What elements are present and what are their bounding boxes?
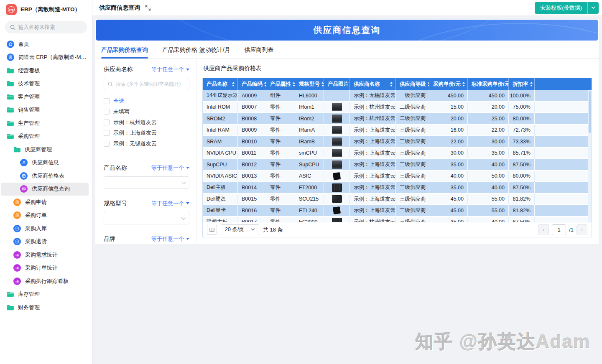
sidebar-item[interactable]: 采购订单统计 — [1, 262, 89, 275]
tab[interactable]: 产品采购价格-波动统计/月 — [162, 41, 230, 59]
column-header[interactable]: 采购单价/元 — [429, 78, 468, 90]
filter-operator-link[interactable]: 等于任意一个 — [151, 164, 189, 172]
sort-icon[interactable] — [232, 82, 235, 87]
banner: 供应商信息查询 — [96, 20, 598, 41]
filter-checkbox-option[interactable]: 未填写 — [104, 107, 189, 117]
filter-operator-link[interactable]: 等于任意一个 — [151, 66, 189, 73]
filter-search-input[interactable] — [116, 81, 185, 87]
column-header[interactable]: 折扣率 — [509, 78, 535, 90]
filter-checkbox-option[interactable]: 示例：杭州道友云 — [104, 117, 189, 128]
table-cell: SupCPU — [295, 159, 324, 171]
sidebar-item-label: 采购管理 — [18, 132, 40, 140]
checkbox-label: 示例：上海道友云 — [113, 129, 157, 137]
fullscreen-icon[interactable] — [145, 5, 151, 11]
install-template-dropdown[interactable] — [587, 2, 599, 14]
checkbox-icon[interactable] — [104, 98, 110, 104]
table-row[interactable]: Dell显卡B0016零件ETL240示例：上海道友云三级供应商45.0055.… — [203, 205, 592, 217]
table-row[interactable]: NVIDIA CPUB0011零件smCPU示例：上海道友云三级供应商30.00… — [203, 148, 592, 160]
table-cell — [324, 171, 350, 183]
sidebar-item[interactable]: 经营看板 — [1, 64, 89, 77]
table-row[interactable]: SupCPUB0012零件SupCPU示例：上海道友云三级供应商35.0040.… — [203, 159, 592, 171]
column-header-label: 折扣率 — [513, 81, 528, 88]
table-header-row: 产品名称产品编码产品属性规格型号产品图片供应商名称供应商等级采购单价/元标准采购… — [203, 78, 592, 90]
table-cell: 30.00 — [429, 148, 468, 160]
sidebar-item[interactable]: 生产管理 — [1, 117, 89, 130]
table-cell: 联想主板 — [203, 217, 238, 222]
table-cell: 零件 — [266, 182, 295, 194]
filter-checkbox-option[interactable]: 全选 — [104, 96, 189, 107]
checkbox-icon[interactable] — [104, 141, 110, 147]
sidebar-search-input[interactable] — [18, 24, 77, 30]
sidebar-item[interactable]: 技术管理 — [1, 77, 89, 91]
page-size-select[interactable]: 20 条/页 — [221, 224, 259, 235]
sidebar-item[interactable]: 采购退货 — [1, 235, 89, 249]
page-number-input[interactable] — [552, 224, 566, 235]
sidebar-item[interactable]: 首页 — [1, 38, 89, 51]
sidebar-item[interactable]: 简道云 ERP（离散制造-MTO） ... — [1, 51, 89, 64]
filter-select[interactable] — [104, 212, 189, 224]
sidebar-item[interactable]: 采购申请 — [1, 196, 89, 209]
filter-checkbox-option[interactable]: 示例：上海道友云 — [104, 128, 189, 139]
table-row[interactable]: SRAMB0010零件IRamB示例：上海道友云三级供应商22.0030.007… — [203, 136, 592, 148]
table-cell: B0011 — [238, 148, 266, 160]
sidebar-item[interactable]: 采购订单 — [1, 209, 89, 222]
table-cell: 80.00% — [509, 171, 535, 183]
filter-select[interactable] — [104, 176, 189, 189]
sidebar-item[interactable]: 采购入库 — [1, 222, 89, 235]
filter-search-box[interactable] — [104, 78, 189, 90]
sidebar-item[interactable]: 供应商信息 — [1, 156, 89, 170]
sidebar-item[interactable]: 库存管理 — [1, 288, 89, 301]
column-header[interactable]: 产品名称 — [203, 78, 238, 90]
checkbox-icon[interactable] — [104, 130, 110, 136]
column-header[interactable]: 产品编码 — [238, 78, 266, 90]
table-cell: 零件 — [266, 102, 295, 114]
table-row[interactable]: Dell硬盘B0015零件SCU215示例：上海道友云三级供应商45.0055.… — [203, 194, 592, 206]
table-row[interactable]: Intel ROMB0007零件IRom1示例：杭州道友云二级供应商15.002… — [203, 102, 592, 114]
prev-page-button[interactable]: ‹ — [538, 224, 549, 235]
sort-icon[interactable] — [462, 82, 465, 87]
column-header[interactable]: 产品属性 — [266, 78, 295, 90]
sidebar-item[interactable]: 供应商价格表 — [1, 169, 89, 183]
column-header-label: 供应商等级 — [400, 81, 426, 88]
filter-checkbox-option[interactable]: 示例：无锡道友云 — [104, 138, 189, 149]
sidebar-item[interactable]: 采购需求统计 — [1, 248, 89, 262]
tab[interactable]: 供应商列表 — [245, 41, 274, 59]
sidebar-item[interactable]: 采购管理 — [1, 130, 89, 143]
install-template-button[interactable]: 安装模板(带数据) — [535, 2, 587, 14]
sort-icon[interactable] — [530, 82, 533, 87]
sidebar-item-label: 库存管理 — [18, 290, 40, 298]
sidebar-item[interactable]: 财务管理 — [1, 301, 89, 314]
product-photo — [332, 160, 342, 169]
column-header[interactable]: 规格型号 — [295, 78, 324, 90]
sidebar-item[interactable]: 客户管理 — [1, 90, 89, 104]
table-row[interactable]: 联想主板B0017零件FC2000示例：杭州道友云三级供应商35.0040.00… — [203, 217, 592, 222]
column-header[interactable]: 供应商等级 — [396, 78, 429, 90]
table-cell: 示例：上海道友云 — [350, 125, 396, 137]
sidebar-item[interactable]: 供应商管理 — [1, 143, 89, 156]
filter-operator-link[interactable]: 等于任意一个 — [151, 200, 189, 207]
tab[interactable]: 产品采购价格查询 — [101, 41, 148, 59]
table-scrollbar[interactable] — [588, 90, 592, 222]
checkbox-icon[interactable] — [104, 109, 110, 115]
sidebar-item[interactable]: 销售管理 — [1, 104, 89, 117]
column-settings-button[interactable] — [207, 225, 217, 235]
table-cell: NVIDIA CPU — [203, 148, 238, 160]
folder-icon — [7, 305, 14, 311]
checkbox-icon[interactable] — [104, 120, 110, 125]
table-row[interactable]: 144HZ显示器A0009组件HL6000示例：无锡道友云一级供应商450.00… — [203, 90, 592, 102]
table-row[interactable]: SROM2B0008零件IRom2示例：杭州道友云二级供应商20.0025.00… — [203, 113, 592, 125]
table-row[interactable]: Dell主板B0014零件FT2000示例：上海道友云三级供应商35.0040.… — [203, 182, 592, 194]
sort-icon[interactable] — [390, 82, 393, 87]
sidebar-search[interactable] — [5, 21, 87, 33]
filter-operator-link[interactable]: 等于任意一个 — [151, 235, 189, 243]
table-row[interactable]: NVIDIA ASICB0013零件ASIC示例：上海道友云三级供应商40.00… — [203, 171, 592, 183]
sidebar-item[interactable]: 供应商信息查询 — [1, 183, 89, 196]
table-cell: 示例：上海道友云 — [350, 205, 396, 217]
column-header[interactable]: 标准采购单价/元 — [468, 78, 509, 90]
sidebar-item[interactable]: 采购执行跟踪看板 — [1, 275, 89, 288]
column-header[interactable]: 供应商名称 — [350, 78, 396, 90]
next-page-button[interactable]: › — [576, 224, 587, 235]
table-row[interactable]: Intel RAMB0009零件IRamA示例：上海道友云三级供应商16.002… — [203, 125, 592, 137]
sidebar-item-label: 技术管理 — [18, 80, 40, 87]
table-scrollbar-thumb[interactable] — [589, 91, 591, 133]
